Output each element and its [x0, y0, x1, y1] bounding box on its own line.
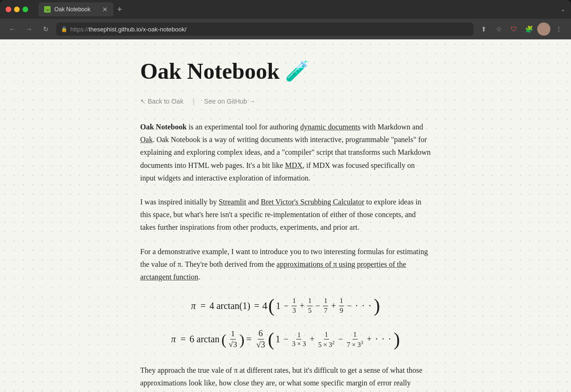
url-display: https://thesephist.github.io/x-oak-noteb…: [70, 26, 187, 33]
github-link[interactable]: See on GitHub →: [204, 98, 255, 105]
user-avatar: [537, 23, 550, 36]
shield-icon[interactable]: 🛡: [507, 23, 520, 36]
menu-icon[interactable]: ⋮: [552, 23, 565, 36]
maximize-button[interactable]: [23, 7, 28, 12]
page-title: Oak Notebook 🧪: [140, 58, 431, 84]
minimize-button[interactable]: [14, 7, 20, 12]
back-to-oak-link[interactable]: ↖ Back to Oak: [140, 98, 183, 105]
paragraph-2: I was inspired initially by Streamlit an…: [140, 196, 431, 234]
bret-victor-link[interactable]: Bret Victor's Scrubbing Calculator: [261, 198, 364, 206]
reload-button[interactable]: ↻: [39, 23, 53, 36]
math-formula-2: π = 6 arctan ( 1 √3 ) = 6 √3 ( 1: [140, 328, 431, 351]
avatar[interactable]: [537, 23, 550, 36]
tab-list-icon[interactable]: ⌄: [561, 6, 565, 13]
tab-close-icon[interactable]: ✕: [102, 6, 108, 13]
lock-icon: 🔒: [61, 26, 68, 32]
dynamic-documents-link[interactable]: dynamic documents: [300, 123, 360, 131]
title-bar: 🌳 Oak Notebook ✕ + ⌄: [0, 0, 571, 19]
math-formula-1: π = 4 arctan(1) = 4 ( 1 − 1 3 + 1 5: [140, 296, 431, 315]
tab-favicon: 🌳: [44, 6, 51, 13]
mdx-link[interactable]: MDX: [285, 161, 302, 169]
paragraph-1: Oak Notebook is an experimental tool for…: [140, 121, 431, 184]
content-inner: Oak Notebook 🧪 ↖ Back to Oak | See on Gi…: [131, 58, 440, 392]
active-tab[interactable]: 🌳 Oak Notebook ✕: [38, 2, 113, 16]
address-bar[interactable]: 🔒 https://thesephist.github.io/x-oak-not…: [56, 23, 473, 36]
oak-link[interactable]: Oak: [140, 136, 153, 143]
streamlit-link[interactable]: Streamlit: [219, 198, 247, 206]
nav-links: ↖ Back to Oak | See on GitHub →: [140, 97, 431, 106]
paragraph-3: For a demonstrative example, I want to i…: [140, 245, 431, 284]
math-line-1: π = 4 arctan(1) = 4 ( 1 − 1 3 + 1 5: [140, 296, 431, 315]
paragraph-4: They approach the true vale of π at diff…: [140, 364, 431, 392]
tab-title: Oak Notebook: [54, 6, 90, 13]
tab-bar: 🌳 Oak Notebook ✕ + ⌄: [38, 2, 565, 16]
extensions-icon[interactable]: 🧩: [522, 23, 535, 36]
close-button[interactable]: [6, 7, 11, 12]
nav-actions: ⬆ ☆ 🛡 🧩 ⋮: [477, 23, 565, 36]
bookmark-icon[interactable]: ☆: [492, 23, 505, 36]
navigation-bar: ← → ↻ 🔒 https://thesephist.github.io/x-o…: [0, 19, 571, 39]
browser-window: 🌳 Oak Notebook ✕ + ⌄ ← → ↻ 🔒 https://the…: [0, 0, 571, 392]
forward-button[interactable]: →: [23, 23, 36, 36]
traffic-lights: [6, 7, 28, 12]
link-separator: |: [193, 97, 195, 106]
page-content: Oak Notebook 🧪 ↖ Back to Oak | See on Gi…: [0, 39, 571, 392]
title-emoji: 🧪: [285, 60, 309, 83]
new-tab-button[interactable]: +: [117, 5, 122, 15]
share-icon[interactable]: ⬆: [477, 23, 490, 36]
math-line-2: π = 6 arctan ( 1 √3 ) = 6 √3 ( 1: [140, 328, 431, 351]
oak-notebook-bold: Oak Notebook: [140, 123, 187, 131]
back-button[interactable]: ←: [6, 23, 19, 36]
